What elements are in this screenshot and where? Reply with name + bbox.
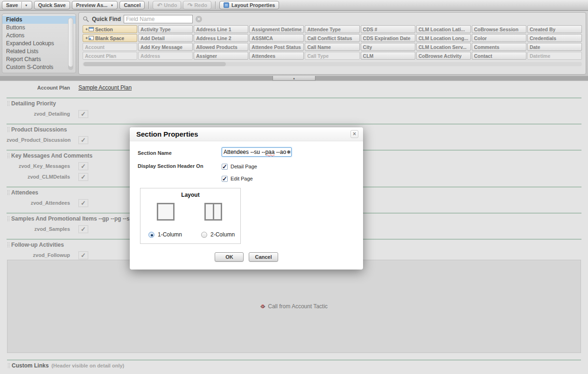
scontrol-icon: <S> <box>260 303 265 310</box>
palette-item-label: Created By <box>530 26 555 33</box>
radio-option-2-column[interactable]: 2-Column <box>201 231 235 238</box>
palette-item-comments[interactable]: Comments <box>472 43 526 51</box>
palette-item-add-detail[interactable]: Add Detail <box>138 34 193 42</box>
palette-item-label: Datetime <box>530 53 550 59</box>
sidebar-item-fields[interactable]: Fields <box>2 16 76 24</box>
layout-properties-icon <box>224 2 229 8</box>
quick-find-row: Quick Find ✕ <box>79 13 586 25</box>
drag-handle-icon[interactable] <box>7 216 9 222</box>
palette-scrollbar-thumb[interactable] <box>84 62 226 66</box>
clear-search-icon[interactable]: ✕ <box>196 16 202 22</box>
radio-option-1-column[interactable]: 1-Column <box>148 231 182 238</box>
palette-item-attendee-post-status[interactable]: Attendee Post Status <box>249 43 304 51</box>
scontrol-area[interactable]: <S> Call from Account Tactic <box>7 260 581 353</box>
palette-collapse-button[interactable]: ▲ <box>273 76 315 81</box>
checkmark-icon: ✓ <box>78 173 88 181</box>
palette-item-date[interactable]: Date <box>527 43 582 51</box>
section-name-input[interactable]: Attendees --su --paa --ao ✱ <box>222 147 292 157</box>
drag-handle-icon[interactable] <box>7 101 9 107</box>
sidebar-item-custom-s-controls[interactable]: Custom S-Controls <box>2 63 76 71</box>
layout-properties-button-label: Layout Properties <box>231 2 275 8</box>
palette-item-address-line-1[interactable]: Address Line 1 <box>194 25 248 33</box>
section-header: Detailing Priority <box>7 98 581 107</box>
palette-horizontal-scrollbar[interactable] <box>83 62 582 66</box>
one-column-preview-icon <box>157 203 175 221</box>
sidebar-item-expanded-lookups[interactable]: Expanded Lookups <box>2 40 76 48</box>
palette-item-allowed-products[interactable]: Allowed Products <box>194 43 248 51</box>
palette-item-label: Activity Type <box>140 26 171 33</box>
palette-item-attendees[interactable]: Attendees <box>249 52 304 60</box>
palette-sidebar: FieldsButtonsActionsExpanded LookupsRela… <box>2 14 76 73</box>
palette-item-clm-location-lati[interactable]: CLM Location Lati... <box>416 25 471 33</box>
palette-item-clm-location-long[interactable]: CLM Location Long... <box>416 34 471 42</box>
quick-find-input[interactable] <box>124 15 193 23</box>
palette-item-cds-expiration-date[interactable]: CDS Expiration Date <box>361 34 415 42</box>
field-label: zvod_CLMDetails <box>7 174 70 180</box>
palette-item-activity-type[interactable]: Activity Type <box>138 25 193 33</box>
palette-item-section[interactable]: Section <box>83 25 137 33</box>
palette-item-cds[interactable]: CDS # <box>361 25 415 33</box>
palette-item-label: CDS Expiration Date <box>363 35 411 42</box>
palette-item-color[interactable]: Color <box>472 34 526 42</box>
sidebar-item-buttons[interactable]: Buttons <box>2 24 76 32</box>
drag-handle-icon[interactable] <box>7 190 9 196</box>
palette-item-blank-space[interactable]: Blank Space <box>83 34 137 42</box>
palette-item-city[interactable]: City <box>361 43 415 51</box>
radio-2-column[interactable] <box>201 232 207 238</box>
palette-item-call-conflict-status[interactable]: Call Conflict Status <box>305 34 359 42</box>
drag-handle-icon[interactable] <box>7 127 9 133</box>
palette-item-clm-location-serv[interactable]: CLM Location Serv... <box>416 43 471 51</box>
palette-item-label: ASSMCA <box>252 35 273 42</box>
drag-handle-icon[interactable] <box>7 242 9 248</box>
palette-item-attendee-type[interactable]: Attendee Type <box>305 25 359 33</box>
palette-item-created-by[interactable]: Created By <box>527 25 582 33</box>
palette-item-label: Address <box>140 53 160 59</box>
palette-item-credentials[interactable]: Credentials <box>527 34 582 42</box>
preview-as-button-label: Preview As... <box>76 2 107 8</box>
checkbox-detail-page[interactable]: ✓ <box>222 164 228 170</box>
palette-item-clm[interactable]: CLM <box>361 52 415 60</box>
layout-section-detailing-priority[interactable]: Detailing Priorityzvod_Detailing✓ <box>7 97 581 124</box>
palette-item-label: CoBrowse Session <box>474 26 518 33</box>
palette-item-cobrowse-session[interactable]: CoBrowse Session <box>472 25 526 33</box>
close-icon[interactable]: × <box>350 130 358 138</box>
palette-item-address-line-2[interactable]: Address Line 2 <box>194 34 248 42</box>
layout-field-row[interactable]: zvod_Detailing✓ <box>7 110 581 118</box>
quick-save-button[interactable]: Quick Save <box>34 1 70 9</box>
input-text-misspelled: paa <box>265 149 274 155</box>
palette-item-datetime: Datetime <box>527 52 582 60</box>
preview-as-button[interactable]: Preview As... ▼ <box>72 1 118 9</box>
palette-item-cobrowse-activity[interactable]: CoBrowse Activity <box>416 52 471 60</box>
drag-handle-icon[interactable] <box>7 363 10 369</box>
sidebar-item-report-charts[interactable]: Report Charts <box>2 55 76 63</box>
radio-1-column[interactable] <box>148 232 154 238</box>
palette-grid: SectionActivity TypeAddress Line 1Assign… <box>83 25 582 60</box>
palette-item-assmca[interactable]: ASSMCA <box>249 34 304 42</box>
palette-item-contact[interactable]: Contact <box>472 52 526 60</box>
cancel-button[interactable]: Cancel <box>119 1 145 9</box>
section-title: Attendees <box>11 189 38 196</box>
sidebar-scrollbar-thumb[interactable] <box>69 18 73 67</box>
save-button[interactable]: Save ▼ <box>2 1 32 9</box>
palette-item-label: Attendees <box>252 53 275 59</box>
checkbox-edit-page[interactable]: ✓ <box>222 176 228 182</box>
save-dropdown-arrow-icon[interactable]: ▼ <box>25 4 28 7</box>
sidebar-item-related-lists[interactable]: Related Lists <box>2 48 76 55</box>
drag-handle-icon[interactable] <box>7 153 9 159</box>
palette-item-call-name[interactable]: Call Name <box>305 43 359 51</box>
checkbox-label: Detail Page <box>231 164 257 169</box>
palette-item-label: CLM <box>363 53 374 59</box>
sidebar-item-actions[interactable]: Actions <box>2 32 76 40</box>
account-plan-label: Account Plan <box>0 85 70 90</box>
dialog-header[interactable]: Section Properties × <box>130 127 363 141</box>
palette-item-assigner[interactable]: Assigner <box>194 52 248 60</box>
account-plan-link[interactable]: Sample Account Plan <box>78 84 132 91</box>
dialog-cancel-button[interactable]: Cancel <box>249 252 278 262</box>
layout-properties-button[interactable]: Layout Properties <box>219 1 280 9</box>
ok-button[interactable]: OK <box>215 252 244 262</box>
palette-item-add-key-message[interactable]: Add Key Message <box>138 43 193 51</box>
palette-item-assignment-datetime[interactable]: Assignment Datetime <box>249 25 304 33</box>
sidebar-scrollbar[interactable] <box>68 18 73 70</box>
custom-links-section[interactable]: Custom Links (Header visible on detail o… <box>7 360 581 369</box>
collapse-arrow-icon: ▲ <box>293 77 295 80</box>
